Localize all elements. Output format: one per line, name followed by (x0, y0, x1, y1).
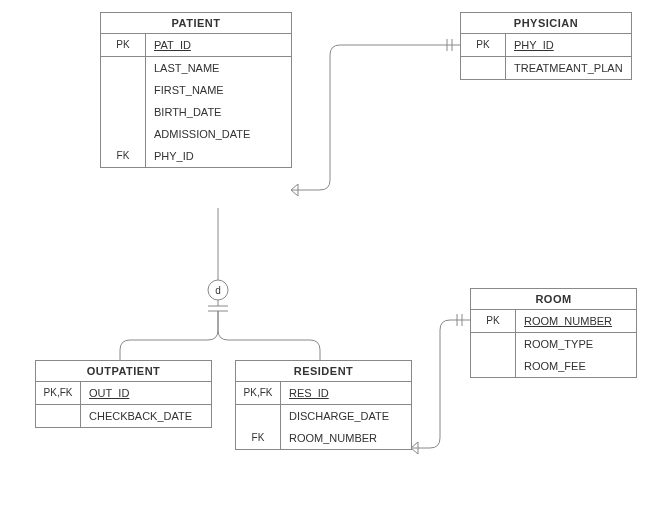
key-cell (471, 355, 516, 377)
svg-line-10 (411, 442, 418, 448)
key-cell (236, 405, 281, 427)
svg-line-1 (291, 190, 298, 196)
attr-cell: ROOM_NUMBER (281, 427, 411, 449)
key-cell (471, 333, 516, 355)
key-cell (36, 405, 81, 427)
entity-physician: PHYSICIAN PK PHY_ID TREATMEANT_PLAN (460, 12, 632, 80)
key-cell (101, 79, 146, 101)
erd-canvas: PATIENT PK PAT_ID LAST_NAME FIRST_NAME B… (0, 0, 651, 511)
entity-outpatient: OUTPATIENT PK,FK OUT_ID CHECKBACK_DATE (35, 360, 212, 428)
svg-point-6 (208, 280, 228, 300)
conn-patient-physician (291, 45, 460, 190)
attr-cell: CHECKBACK_DATE (81, 405, 211, 427)
entity-title: OUTPATIENT (36, 361, 211, 382)
key-cell: PK (471, 310, 516, 333)
entity-title: ROOM (471, 289, 636, 310)
key-cell: FK (236, 427, 281, 449)
attr-cell: TREATMEANT_PLAN (506, 57, 631, 79)
attr-cell: ROOM_NUMBER (516, 310, 636, 333)
entity-patient: PATIENT PK PAT_ID LAST_NAME FIRST_NAME B… (100, 12, 292, 168)
attr-cell: PHY_ID (506, 34, 631, 57)
attr-cell: ADMISSION_DATE (146, 123, 291, 145)
key-cell (461, 57, 506, 79)
attr-cell: PAT_ID (146, 34, 291, 57)
svg-line-11 (411, 448, 418, 454)
attr-cell: PHY_ID (146, 145, 291, 167)
entity-title: PATIENT (101, 13, 291, 34)
key-cell (101, 57, 146, 79)
entity-title: PHYSICIAN (461, 13, 631, 34)
disjoint-label: d (215, 285, 221, 296)
key-cell: FK (101, 145, 146, 167)
attr-cell: LAST_NAME (146, 57, 291, 79)
attr-cell: OUT_ID (81, 382, 211, 405)
attr-cell: RES_ID (281, 382, 411, 405)
attr-cell: BIRTH_DATE (146, 101, 291, 123)
key-cell (101, 101, 146, 123)
key-cell: PK,FK (236, 382, 281, 405)
entity-room: ROOM PK ROOM_NUMBER ROOM_TYPE ROOM_FEE (470, 288, 637, 378)
key-cell: PK (101, 34, 146, 57)
attr-cell: ROOM_TYPE (516, 333, 636, 355)
attr-cell: FIRST_NAME (146, 79, 291, 101)
key-cell: PK,FK (36, 382, 81, 405)
attr-cell: DISCHARGE_DATE (281, 405, 411, 427)
entity-title: RESIDENT (236, 361, 411, 382)
attr-cell: ROOM_FEE (516, 355, 636, 377)
entity-resident: RESIDENT PK,FK RES_ID DISCHARGE_DATE FKR… (235, 360, 412, 450)
svg-line-0 (291, 184, 298, 190)
key-cell (101, 123, 146, 145)
key-cell: PK (461, 34, 506, 57)
conn-resident-room (411, 320, 470, 448)
